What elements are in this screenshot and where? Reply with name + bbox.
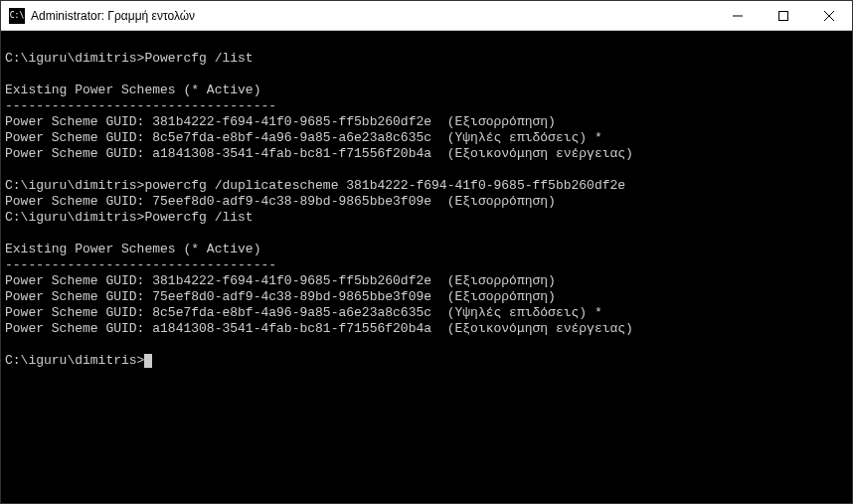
svg-rect-1 bbox=[779, 11, 788, 20]
terminal-line: ----------------------------------- bbox=[5, 98, 848, 114]
terminal-line: Power Scheme GUID: 75eef8d0-adf9-4c38-89… bbox=[5, 194, 848, 210]
titlebar[interactable]: C:\ Administrator: Γραμμή εντολών bbox=[1, 1, 852, 31]
maximize-button[interactable] bbox=[761, 1, 806, 30]
terminal-line: Power Scheme GUID: 8c5e7fda-e8bf-4a96-9a… bbox=[5, 305, 848, 321]
terminal-line bbox=[5, 162, 848, 178]
terminal-line: C:\iguru\dimitris>Powercfg /list bbox=[5, 210, 848, 226]
close-button[interactable] bbox=[806, 1, 852, 30]
window-controls bbox=[715, 1, 852, 30]
terminal-line: C:\iguru\dimitris>powercfg /duplicatesch… bbox=[5, 178, 848, 194]
terminal-line bbox=[5, 35, 848, 51]
terminal-line bbox=[5, 337, 848, 353]
terminal-line bbox=[5, 226, 848, 242]
terminal-line bbox=[5, 67, 848, 83]
minimize-button[interactable] bbox=[715, 1, 761, 30]
cursor bbox=[144, 354, 152, 368]
terminal-line: Power Scheme GUID: 381b4222-f694-41f0-96… bbox=[5, 114, 848, 130]
minimize-icon bbox=[733, 11, 743, 21]
maximize-icon bbox=[778, 11, 788, 21]
terminal-line: Power Scheme GUID: a1841308-3541-4fab-bc… bbox=[5, 321, 848, 337]
window-title: Administrator: Γραμμή εντολών bbox=[31, 9, 715, 23]
command-prompt-window: C:\ Administrator: Γραμμή εντολών C:\igu… bbox=[0, 0, 853, 504]
terminal-line: Existing Power Schemes (* Active) bbox=[5, 83, 848, 98]
app-icon: C:\ bbox=[9, 8, 25, 24]
terminal-line: Power Scheme GUID: 75eef8d0-adf9-4c38-89… bbox=[5, 289, 848, 305]
terminal-line: Existing Power Schemes (* Active) bbox=[5, 242, 848, 257]
terminal-line: ----------------------------------- bbox=[5, 257, 848, 273]
terminal-line: Power Scheme GUID: 381b4222-f694-41f0-96… bbox=[5, 273, 848, 289]
terminal-line: C:\iguru\dimitris>Powercfg /list bbox=[5, 51, 848, 67]
close-icon bbox=[824, 11, 834, 21]
terminal-output[interactable]: C:\iguru\dimitris>Powercfg /list Existin… bbox=[1, 31, 852, 503]
terminal-line: Power Scheme GUID: 8c5e7fda-e8bf-4a96-9a… bbox=[5, 130, 848, 146]
terminal-line: C:\iguru\dimitris> bbox=[5, 353, 848, 369]
terminal-line: Power Scheme GUID: a1841308-3541-4fab-bc… bbox=[5, 146, 848, 162]
